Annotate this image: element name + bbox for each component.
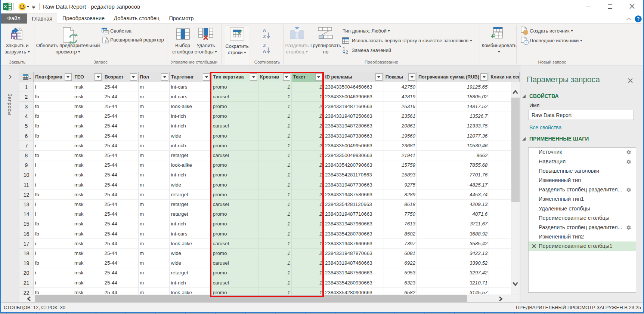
svg-text:?: ? [637, 16, 640, 22]
svg-text:A: A [263, 49, 266, 54]
svg-text:A: A [263, 28, 266, 33]
svg-text:2: 2 [346, 49, 348, 54]
svg-text:Z: Z [263, 43, 266, 48]
svg-text:X: X [4, 4, 7, 9]
svg-text:1: 1 [343, 46, 345, 52]
svg-text:Z: Z [263, 34, 266, 39]
